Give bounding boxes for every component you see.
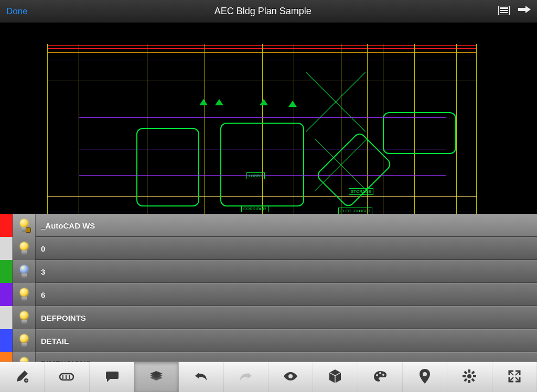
- layer-visibility-toggle[interactable]: [13, 306, 36, 329]
- palette-icon: [373, 370, 388, 384]
- svg-rect-17: [468, 380, 470, 383]
- svg-rect-22: [464, 371, 468, 374]
- layers-icon: [149, 370, 164, 384]
- room-label-storage: STORAGE: [349, 188, 373, 195]
- svg-rect-2: [500, 10, 508, 11]
- undo-tool-button[interactable]: [179, 362, 223, 392]
- view-tool-button[interactable]: [268, 362, 313, 392]
- svg-rect-21: [464, 378, 468, 382]
- redo-icon: [239, 371, 253, 383]
- layer-name-label: 3: [36, 267, 45, 276]
- svg-rect-1: [500, 7, 508, 9]
- svg-rect-20: [471, 371, 475, 374]
- layer-name-label: DEFPOINTS: [36, 313, 86, 322]
- lightbulb-on-icon: [19, 311, 29, 324]
- layer-visibility-toggle[interactable]: [13, 283, 36, 306]
- svg-rect-3: [500, 12, 508, 13]
- layer-visibility-toggle[interactable]: [13, 329, 36, 352]
- svg-text:+: +: [25, 377, 28, 383]
- settings-tool-button[interactable]: [447, 362, 492, 392]
- expand-icon: [508, 370, 521, 384]
- layer-row[interactable]: DETAIL: [0, 329, 537, 352]
- grid-tool-button[interactable]: [313, 362, 358, 392]
- layer-name-label: DIMENSIONS: [36, 360, 91, 362]
- undo-icon: [194, 371, 208, 383]
- palette-tool-button[interactable]: [358, 362, 403, 392]
- layer-visibility-toggle[interactable]: [13, 237, 36, 260]
- comment-tool-button[interactable]: [90, 362, 134, 392]
- layer-color-swatch[interactable]: [0, 283, 13, 306]
- measure-icon: [59, 371, 74, 384]
- svg-rect-19: [473, 375, 476, 377]
- layer-visibility-toggle[interactable]: [13, 352, 36, 362]
- lightbulb-off-icon: [19, 265, 29, 278]
- layer-name-label: _AutoCAD WS: [36, 221, 95, 230]
- svg-point-14: [423, 372, 427, 376]
- cad-drawing: LOBBY CORRIDOR STORAGE ELEC. CLOSET: [47, 44, 477, 214]
- layer-color-swatch[interactable]: [0, 260, 13, 283]
- lightbulb-on-icon: [19, 357, 29, 362]
- svg-point-11: [376, 374, 378, 376]
- lightbulb-on-icon: [19, 219, 29, 232]
- view-icon: [283, 371, 298, 383]
- draw-icon: +: [15, 369, 29, 385]
- settings-icon: [463, 369, 476, 385]
- document-title: AEC Bldg Plan Sample: [214, 6, 312, 17]
- panel-icon[interactable]: [498, 6, 510, 17]
- location-tool-button[interactable]: [403, 362, 447, 392]
- lightbulb-on-icon: [19, 242, 29, 255]
- layer-name-label: DETAIL: [36, 336, 69, 345]
- location-icon: [420, 369, 430, 385]
- layer-panel[interactable]: _AutoCAD WS036DEFPOINTSDETAILDIMENSIONS: [0, 214, 537, 362]
- layer-row[interactable]: 3: [0, 260, 537, 283]
- svg-point-10: [288, 374, 293, 378]
- done-button[interactable]: Done: [6, 6, 28, 17]
- layer-name-label: 0: [36, 244, 45, 253]
- layer-name-label: 6: [36, 290, 45, 299]
- room-label-corridor: CORRIDOR: [241, 205, 268, 212]
- layer-color-swatch[interactable]: [0, 214, 13, 237]
- measure-tool-button[interactable]: [45, 362, 89, 392]
- layer-color-swatch[interactable]: [0, 306, 13, 329]
- room-label-lobby: LOBBY: [246, 172, 265, 179]
- layer-row[interactable]: DIMENSIONS: [0, 352, 537, 362]
- lock-icon: [26, 227, 31, 233]
- layers-tool-button[interactable]: [134, 362, 179, 392]
- svg-point-12: [379, 372, 381, 374]
- svg-point-15: [467, 374, 471, 378]
- expand-tool-button[interactable]: [492, 362, 537, 392]
- svg-rect-18: [463, 375, 466, 377]
- layer-color-swatch[interactable]: [0, 329, 13, 352]
- lightbulb-on-icon: [19, 334, 29, 347]
- share-icon[interactable]: [518, 6, 531, 17]
- redo-tool-button[interactable]: [224, 362, 268, 392]
- layer-visibility-toggle[interactable]: [13, 260, 36, 283]
- layer-color-swatch[interactable]: [0, 352, 13, 362]
- room-label-elec: ELEC. CLOSET: [338, 208, 372, 214]
- layer-row[interactable]: 0: [0, 237, 537, 260]
- layer-color-swatch[interactable]: [0, 237, 13, 260]
- lightbulb-on-icon: [19, 288, 29, 301]
- drawing-canvas[interactable]: LOBBY CORRIDOR STORAGE ELEC. CLOSET: [0, 23, 537, 214]
- layer-visibility-toggle[interactable]: [13, 214, 36, 237]
- layer-row[interactable]: _AutoCAD WS: [0, 214, 537, 237]
- bottom-toolbar: +: [0, 362, 537, 392]
- grid-icon: [329, 369, 341, 385]
- svg-rect-16: [468, 369, 470, 373]
- svg-rect-23: [471, 378, 475, 382]
- comment-icon: [105, 371, 119, 384]
- layer-row[interactable]: DEFPOINTS: [0, 306, 537, 329]
- layer-row[interactable]: 6: [0, 283, 537, 306]
- draw-tool-button[interactable]: +: [0, 362, 45, 392]
- title-bar: Done AEC Bldg Plan Sample: [0, 0, 537, 23]
- svg-point-13: [382, 374, 384, 376]
